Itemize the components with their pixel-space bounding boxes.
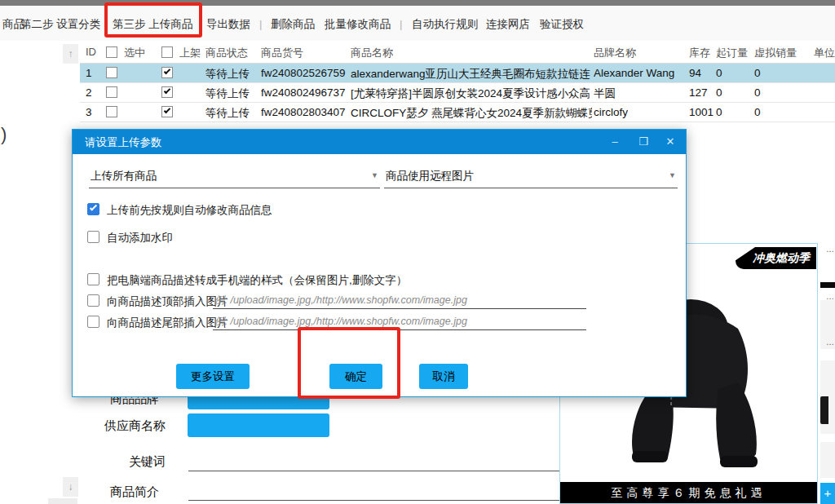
- insert-bottom-image-input[interactable]: 例: /upload/image.jpg,/http://www.shopfw.…: [213, 314, 586, 330]
- upload-scope-dropdown[interactable]: 上传所有商品 ▼: [89, 164, 380, 188]
- upload-scope-value: 上传所有商品: [91, 169, 157, 183]
- row-onsale-checkbox[interactable]: [161, 67, 173, 78]
- col-onsale[interactable]: 上架: [179, 46, 201, 60]
- toolbar-item-step3-upload[interactable]: 第三步 上传商品: [113, 16, 192, 33]
- keywords-input[interactable]: [188, 471, 585, 471]
- col-min-order[interactable]: 起订量: [716, 46, 748, 60]
- select-all-checkbox[interactable]: [106, 46, 117, 58]
- thumb-dots: …: [826, 338, 835, 347]
- thumbnail[interactable]: [820, 282, 835, 288]
- scroll-up-icon[interactable]: ↑: [63, 44, 78, 64]
- promo-badge: 冲奥燃动季: [736, 247, 816, 269]
- dropdown-arrow-icon: ▼: [669, 171, 676, 179]
- col-status[interactable]: 商品状态: [205, 46, 248, 60]
- supplier-input[interactable]: [188, 413, 329, 437]
- field-label-keywords: 关键词: [129, 454, 166, 470]
- insert-top-image-input[interactable]: 例: /upload/image.jpg,/http://www.shopfw.…: [213, 293, 586, 309]
- cell-id: 2: [86, 86, 92, 99]
- mobile-style-label: 把电脑端商品描述转成手机端的样式（会保留图片,删除文字）: [107, 273, 407, 288]
- scroll-down-icon[interactable]: ↓: [63, 477, 78, 497]
- toolbar-item-auto-rules[interactable]: 自动执行规则: [412, 16, 478, 33]
- dialog-title: 请设置上传参数: [85, 135, 162, 150]
- insert-top-image-checkbox[interactable]: [87, 294, 99, 307]
- cell-virtual-sales: 0: [754, 86, 761, 99]
- app-window: 商品 第二步 设置分类 第三步 上传商品 导出数据 | 删除商品 批量修改商品 …: [0, 0, 835, 504]
- cell-brand: Alexander Wang: [594, 67, 674, 79]
- col-id[interactable]: ID: [86, 46, 96, 58]
- col-select[interactable]: 选中: [124, 46, 145, 60]
- dialog-titlebar[interactable]: 请设置上传参数 – ❒ ✕: [73, 130, 686, 154]
- mobile-style-checkbox[interactable]: [87, 273, 99, 285]
- stray-paren-text: ): [1, 124, 7, 145]
- row-select-checkbox[interactable]: [106, 106, 117, 117]
- toolbar-item-verify-auth[interactable]: 验证授权: [540, 16, 584, 33]
- table-row[interactable]: 2 等待上传 fw240802496737 [尤莱特穿搭]半圆原创女装2024夏…: [80, 83, 835, 103]
- field-label-intro: 商品简介: [110, 484, 159, 500]
- auto-modify-label: 上传前先按规则自动修改商品信息: [107, 203, 272, 218]
- thumbnail[interactable]: [820, 442, 835, 478]
- cell-stock: 94: [689, 67, 701, 79]
- horizontal-scrollbar[interactable]: [48, 498, 77, 504]
- insert-bottom-image-placeholder: 例: /upload/image.jpg,/http://www.shopfw.…: [214, 315, 467, 329]
- cell-stock: 127: [689, 86, 708, 99]
- minimize-icon[interactable]: –: [607, 135, 622, 149]
- close-icon[interactable]: ✕: [663, 135, 678, 149]
- cell-sku: fw240802526759: [261, 67, 346, 79]
- toolbar-item-export[interactable]: 导出数据: [206, 16, 250, 33]
- promo-banner: 至高尊享６期免息礼遇: [560, 482, 817, 503]
- onsale-all-checkbox[interactable]: [161, 46, 173, 58]
- thumbnail[interactable]: [820, 360, 835, 434]
- col-stock[interactable]: 库存: [689, 46, 710, 60]
- cell-sku: fw240802496737: [261, 86, 346, 99]
- window-top-strip: [0, 0, 835, 6]
- insert-top-image-label: 向商品描述顶部插入图片: [107, 294, 228, 309]
- col-sku[interactable]: 商品货号: [261, 46, 303, 60]
- col-brand[interactable]: 品牌名称: [594, 46, 636, 60]
- maximize-icon[interactable]: ❒: [636, 135, 651, 149]
- cell-brand: circlofy: [594, 106, 628, 118]
- thumb-dots: …: [826, 245, 835, 254]
- insert-top-image-placeholder: 例: /upload/image.jpg,/http://www.shopfw.…: [214, 294, 467, 307]
- col-virtual-sales[interactable]: 虚拟销量: [754, 46, 797, 60]
- intro-input[interactable]: [188, 500, 585, 501]
- more-settings-button[interactable]: 更多设置: [176, 364, 250, 389]
- image-mode-value: 商品使用远程图片: [386, 169, 474, 183]
- toolbar-item-connect-shop[interactable]: 连接网店: [486, 16, 530, 33]
- toolbar-item-delete[interactable]: 删除商品: [271, 16, 315, 33]
- cell-name: CIRCLOFY瑟夕 燕尾蝶背心女2024夏季新款蝴蝶剪: [351, 106, 592, 121]
- cell-min-order: 0: [716, 106, 722, 118]
- row-select-checkbox[interactable]: [106, 86, 117, 98]
- table-row[interactable]: 1 等待上传 fw240802526759 alexanderwang亚历山大王…: [80, 64, 835, 83]
- col-unit[interactable]: 单位: [814, 46, 835, 60]
- auto-modify-checkbox[interactable]: [87, 203, 99, 215]
- cell-virtual-sales: 0: [754, 106, 761, 118]
- row-select-checkbox[interactable]: [106, 67, 117, 78]
- cell-status: 等待上传: [205, 86, 250, 101]
- ok-button[interactable]: 确定: [329, 364, 382, 389]
- row-onsale-checkbox[interactable]: [161, 86, 173, 98]
- field-label-supplier: 供应商名称: [104, 418, 166, 434]
- table-row[interactable]: 3 等待上传 fw240802803407 CIRCLOFY瑟夕 燕尾蝶背心女2…: [80, 103, 835, 122]
- add-image-button[interactable]: +: [820, 483, 835, 504]
- cell-status: 等待上传: [205, 106, 250, 121]
- cancel-button[interactable]: 取消: [419, 364, 468, 389]
- insert-bottom-image-label: 向商品描述尾部插入图片: [107, 316, 228, 330]
- insert-bottom-image-checkbox[interactable]: [87, 316, 99, 328]
- cell-min-order: 0: [716, 86, 722, 99]
- watermark-label: 自动添加水印: [107, 231, 173, 245]
- cell-id: 1: [86, 67, 92, 79]
- toolbar-item-batch-edit[interactable]: 批量修改商品: [325, 16, 391, 33]
- table-header-row: ID 选中 上架 商品状态 商品货号 商品名称 品牌名称 库存 起订量 虚拟销量…: [80, 41, 835, 64]
- cell-min-order: 0: [716, 67, 722, 79]
- watermark-checkbox[interactable]: [87, 231, 99, 243]
- image-mode-dropdown[interactable]: 商品使用远程图片 ▼: [384, 164, 678, 188]
- cell-brand: 半圆: [594, 86, 616, 101]
- col-name[interactable]: 商品名称: [351, 46, 393, 60]
- toolbar-item-step2-category[interactable]: 第二步 设置分类: [20, 16, 100, 33]
- cell-stock: 1001: [689, 106, 714, 118]
- dropdown-arrow-icon: ▼: [371, 171, 378, 179]
- upload-params-dialog: 请设置上传参数 – ❒ ✕ 上传所有商品 ▼ 商品使用远程图片 ▼ 上传前先按规…: [72, 129, 687, 397]
- cell-sku: fw240802803407: [261, 106, 346, 118]
- row-onsale-checkbox[interactable]: [161, 106, 173, 117]
- cell-name: [尤莱特穿搭]半圆原创女装2024夏季设计感小众高: [351, 86, 592, 101]
